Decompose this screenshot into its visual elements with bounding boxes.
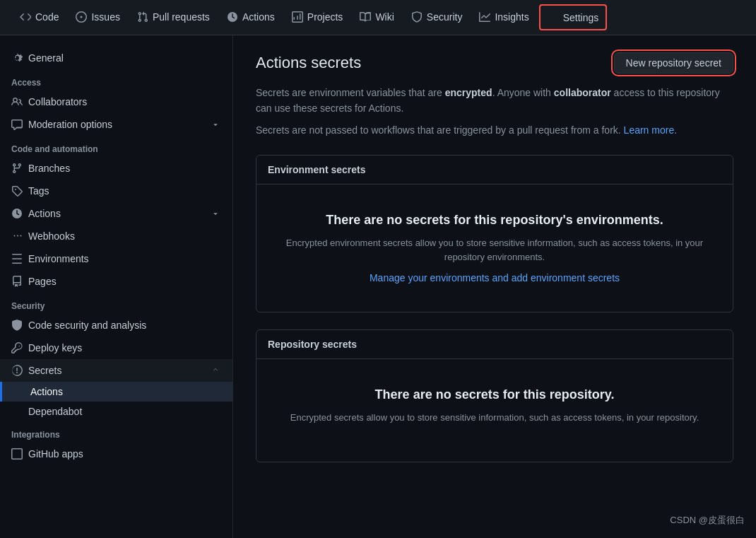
repo-secrets-header: Repository secrets	[256, 330, 733, 359]
sidebar-item-secrets[interactable]: Secrets	[0, 359, 232, 382]
sidebar-collaborators-label: Collaborators	[28, 96, 87, 107]
security-icon	[411, 11, 423, 23]
env-empty-state: There are no secrets for this repository…	[256, 185, 733, 312]
gear-icon	[11, 52, 23, 64]
webhook-icon	[11, 230, 23, 242]
watermark: CSDN @皮蛋很白	[670, 514, 745, 527]
sidebar-webhooks-label: Webhooks	[28, 230, 75, 242]
pr-icon	[137, 11, 148, 23]
actions-nav-icon	[227, 11, 238, 23]
chevron-up-icon	[210, 365, 221, 376]
sidebar-item-tags[interactable]: Tags	[0, 180, 232, 202]
sidebar-item-environments[interactable]: Environments	[0, 247, 232, 270]
sidebar-secrets-actions-label: Actions	[30, 386, 63, 397]
sidebar-secrets-label: Secrets	[28, 365, 61, 376]
sidebar-item-pages[interactable]: Pages	[0, 270, 232, 293]
sidebar-deploy-keys-label: Deploy keys	[28, 342, 82, 353]
nav-settings-label: Settings	[563, 12, 599, 23]
env-secrets-header: Environment secrets	[256, 156, 733, 185]
page-header: Actions secrets New repository secret	[256, 52, 733, 74]
actions-icon	[11, 208, 23, 219]
repo-empty-state: There are no secrets for this repository…	[256, 359, 733, 462]
sidebar-sub-secrets-actions[interactable]: Actions	[0, 382, 232, 402]
nav-security[interactable]: Security	[403, 0, 471, 35]
nav-insights[interactable]: Insights	[471, 0, 537, 35]
code-auto-section-label: Code and automation	[0, 136, 232, 157]
encrypted-bold: encrypted	[445, 87, 492, 98]
environment-secrets-section: Environment secrets There are no secrets…	[256, 155, 733, 312]
manage-environments-link[interactable]: Manage your environments and add environ…	[370, 272, 620, 283]
settings-icon	[548, 12, 559, 23]
sidebar-item-collaborators[interactable]: Collaborators	[0, 90, 232, 113]
sidebar-item-code-security[interactable]: Code security and analysis	[0, 314, 232, 337]
nav-pr-label: Pull requests	[153, 11, 210, 23]
nav-pullrequests[interactable]: Pull requests	[129, 0, 218, 35]
nav-wiki[interactable]: Wiki	[351, 0, 402, 35]
desc-line1: Secrets are environment variables that a…	[256, 85, 733, 117]
code-icon	[20, 11, 31, 23]
chevron-down-icon-2	[210, 208, 221, 219]
sidebar-item-actions[interactable]: Actions	[0, 202, 232, 225]
repo-empty-desc: Encrypted secrets allow you to store sen…	[268, 411, 721, 425]
repo-empty-title: There are no secrets for this repository…	[268, 387, 721, 402]
sidebar-item-general[interactable]: General	[0, 47, 232, 69]
sidebar-moderation-label: Moderation options	[28, 119, 112, 130]
sidebar-code-security-label: Code security and analysis	[28, 320, 146, 331]
nav-projects[interactable]: Projects	[283, 0, 352, 35]
projects-icon	[292, 11, 303, 23]
issue-icon	[76, 11, 87, 23]
pages-icon	[11, 276, 23, 287]
sidebar-actions-label: Actions	[28, 208, 61, 219]
branch-icon	[11, 163, 23, 174]
nav-insights-label: Insights	[495, 11, 528, 23]
nav-issues[interactable]: Issues	[67, 0, 128, 35]
key-icon	[11, 342, 23, 353]
sidebar-item-deploy-keys[interactable]: Deploy keys	[0, 337, 232, 359]
nav-actions-label: Actions	[242, 11, 275, 23]
nav-settings[interactable]: Settings	[539, 4, 608, 30]
sidebar-general-label: General	[28, 52, 64, 64]
sidebar-github-apps-label: GitHub apps	[28, 448, 83, 460]
new-repository-secret-button[interactable]: New repository secret	[614, 52, 733, 74]
sidebar-item-webhooks[interactable]: Webhooks	[0, 225, 232, 247]
integrations-section-label: Integrations	[0, 421, 232, 443]
sidebar-secrets-dependabot-label: Dependabot	[28, 406, 82, 417]
security-section-label: Security	[0, 293, 232, 314]
nav-code-label: Code	[35, 11, 59, 23]
nav-projects-label: Projects	[307, 11, 343, 23]
moderation-left: Moderation options	[11, 119, 112, 130]
repository-secrets-section: Repository secrets There are no secrets …	[256, 329, 733, 462]
sidebar-branches-label: Branches	[28, 163, 70, 174]
collaborator-bold: collaborator	[554, 87, 611, 98]
secret-icon	[11, 365, 23, 376]
actions-left: Actions	[11, 208, 61, 219]
sidebar-pages-label: Pages	[28, 276, 57, 287]
page-title: Actions secrets	[256, 54, 361, 72]
people-icon	[11, 96, 23, 107]
tag-icon	[11, 185, 23, 197]
sidebar-item-github-apps[interactable]: GitHub apps	[0, 443, 232, 465]
sidebar: General Access Collaborators Moderation …	[0, 35, 233, 538]
top-nav: Code Issues Pull requests Actions Projec…	[0, 0, 756, 35]
shield-icon	[11, 320, 23, 331]
nav-wiki-label: Wiki	[375, 11, 394, 23]
sidebar-item-branches[interactable]: Branches	[0, 157, 232, 180]
learn-more-link[interactable]: Learn more.	[624, 124, 677, 136]
chevron-down-icon	[210, 119, 221, 130]
insights-icon	[479, 11, 490, 23]
apps-icon	[11, 448, 23, 460]
main-content: Actions secrets New repository secret Se…	[233, 35, 756, 538]
env-icon	[11, 253, 23, 264]
env-empty-desc: Encrypted environment secrets allow you …	[268, 236, 721, 264]
nav-actions[interactable]: Actions	[218, 0, 283, 35]
env-empty-title: There are no secrets for this repository…	[268, 213, 721, 228]
nav-security-label: Security	[427, 11, 463, 23]
nav-code[interactable]: Code	[11, 0, 67, 35]
app-layout: General Access Collaborators Moderation …	[0, 35, 756, 538]
secrets-left: Secrets	[11, 365, 61, 376]
sidebar-item-moderation[interactable]: Moderation options	[0, 113, 232, 136]
wiki-icon	[360, 11, 371, 23]
sidebar-sub-secrets-dependabot[interactable]: Dependabot	[0, 402, 232, 421]
nav-issues-label: Issues	[91, 11, 119, 23]
desc-line2: Secrets are not passed to workflows that…	[256, 122, 733, 138]
